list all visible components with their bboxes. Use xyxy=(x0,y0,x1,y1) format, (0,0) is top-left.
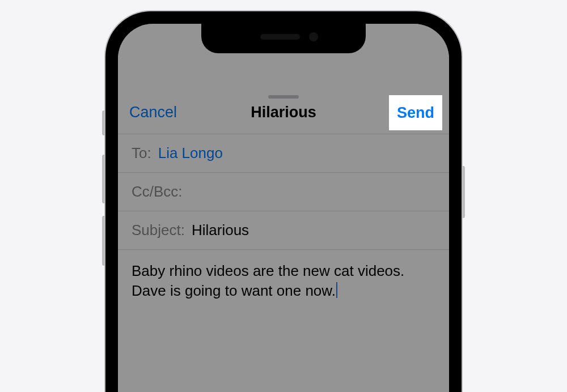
notch xyxy=(201,24,366,53)
to-label: To: xyxy=(132,144,151,162)
subject-value: Hilarious xyxy=(192,221,249,239)
ccbcc-field[interactable]: Cc/Bcc: xyxy=(118,173,449,211)
ccbcc-label: Cc/Bcc: xyxy=(132,183,183,201)
phone-screen: 9:41 Cancel Hilarious Send To: Lia Longo xyxy=(118,24,449,392)
text-cursor xyxy=(336,282,337,298)
to-field[interactable]: To: Lia Longo xyxy=(118,134,449,173)
compose-title: Hilarious xyxy=(251,104,316,121)
body-text: Baby rhino videos are the new cat videos… xyxy=(132,262,404,299)
to-recipient[interactable]: Lia Longo xyxy=(158,144,223,162)
subject-label: Subject: xyxy=(132,221,185,239)
wifi-icon xyxy=(395,38,408,48)
send-button-highlighted[interactable]: Send xyxy=(389,95,442,130)
status-time: 9:41 xyxy=(138,36,167,54)
phone-frame: 9:41 Cancel Hilarious Send To: Lia Longo xyxy=(105,11,462,392)
side-button xyxy=(462,166,465,218)
cancel-button[interactable]: Cancel xyxy=(118,91,188,134)
battery-icon xyxy=(413,37,434,49)
compose-sheet: Cancel Hilarious Send To: Lia Longo Cc/B… xyxy=(118,91,449,392)
subject-field[interactable]: Subject: Hilarious xyxy=(118,211,449,250)
cellular-icon xyxy=(378,38,390,48)
message-body[interactable]: Baby rhino videos are the new cat videos… xyxy=(118,250,449,312)
